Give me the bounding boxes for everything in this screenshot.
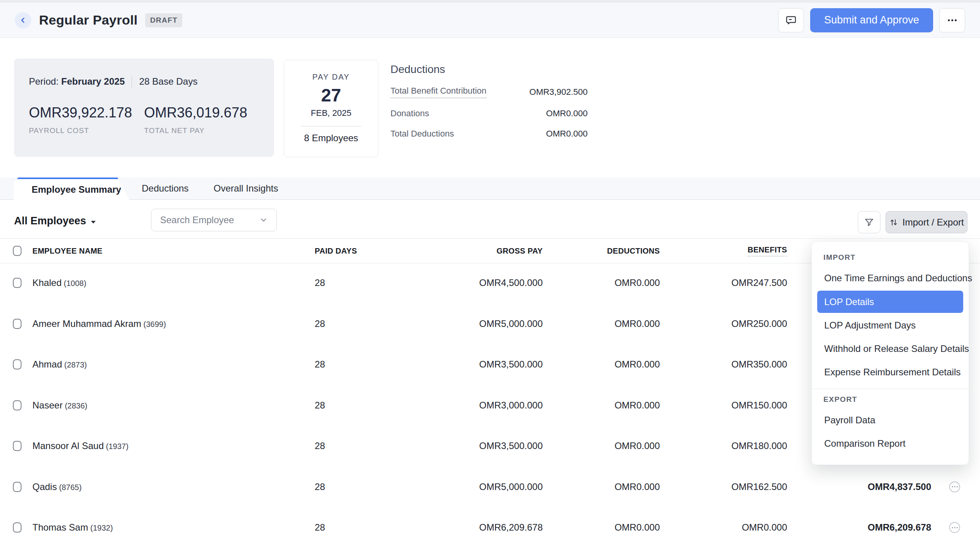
employee-name-text: Naseer (32, 400, 62, 410)
menu-item-lop-adjustment-days[interactable]: LOP Adjustment Days (812, 314, 969, 337)
table-row: Qadis (8765)28OMR5,000.000OMR0.000OMR162… (0, 467, 980, 508)
employee-name: Mansoor Al Saud (1937) (32, 440, 128, 451)
employee-name: Ameer Muhammad Akram (3699) (32, 318, 166, 329)
period-label: Period: (29, 76, 59, 87)
benefits-value: OMR0.000 (742, 522, 787, 533)
payday-day: 27 (284, 85, 378, 106)
deductions-value: OMR0.000 (615, 277, 660, 288)
row-actions-dot (954, 486, 955, 487)
summary-metric-label: PAYROLL COST (29, 126, 144, 135)
chevron-left-icon (19, 16, 27, 24)
table-controls: All Employees Search Employee Import / E… (14, 209, 966, 237)
employee-name-text: Thomas Sam (32, 522, 88, 533)
row-checkbox[interactable] (13, 522, 21, 533)
employee-name-text: Qadis (32, 481, 57, 492)
filter-button[interactable] (858, 211, 880, 233)
row-checkbox[interactable] (13, 441, 21, 451)
deductions-summary-label: Total Deductions (390, 129, 454, 139)
summary-metric-value: OMR39,922.178 (29, 105, 144, 121)
row-checkbox[interactable] (13, 319, 21, 329)
benefits-value: OMR180.000 (731, 440, 787, 451)
benefits-value: OMR247.500 (731, 277, 787, 288)
deductions-summary-title: Deductions (390, 63, 588, 76)
employee-scope-dropdown[interactable]: All Employees (14, 215, 96, 227)
deductions-summary-row: DonationsOMR0.000 (390, 108, 588, 119)
deductions-value: OMR0.000 (615, 318, 660, 329)
menu-item-withhold-or-release-salary-details[interactable]: Withhold or Release Salary Details (812, 337, 969, 360)
topbar-left: Regular Payroll DRAFT (15, 12, 778, 28)
vertical-divider (132, 76, 132, 87)
menu-section-import: IMPORT (823, 253, 969, 262)
employee-name-text: Ameer Muhammad Akram (32, 318, 141, 329)
deductions-summary-row: Total Benefit ContributionOMR3,902.500 (390, 86, 588, 98)
benefits-value: OMR350.000 (731, 359, 787, 370)
caret-down-icon (91, 221, 96, 224)
employee-id: (2873) (62, 360, 87, 369)
base-days: 28 Base Days (139, 76, 197, 87)
menu-item-one-time-earnings-and-deductions[interactable]: One Time Earnings and Deductions (812, 266, 969, 290)
period-row: Period: February 2025 28 Base Days (29, 76, 259, 87)
deductions-summary-value: OMR0.000 (546, 129, 588, 139)
menu-item-payroll-data[interactable]: Payroll Data (812, 408, 969, 432)
row-actions-button[interactable] (949, 481, 960, 492)
menu-section-export: EXPORT (823, 395, 969, 404)
tab-overall-insights[interactable]: Overall Insights (201, 178, 290, 199)
gross-pay-value: OMR3,500.000 (479, 440, 543, 451)
status-badge: DRAFT (145, 13, 182, 27)
payday-month-year: FEB, 2025 (284, 108, 378, 118)
row-checkbox[interactable] (13, 482, 21, 492)
deductions-summary-value: OMR0.000 (546, 108, 588, 119)
import-export-icon (889, 218, 898, 227)
menu-item-expense-reimbursement-details[interactable]: Expense Reimbursement Details (812, 360, 969, 384)
paid-days-value: 28 (315, 359, 325, 370)
more-options-button[interactable] (939, 8, 965, 32)
payroll-run-page: Regular Payroll DRAFT Submit and Approve… (0, 0, 980, 554)
employee-id: (1932) (88, 524, 113, 532)
employee-search-select[interactable]: Search Employee (151, 209, 277, 231)
deductions-value: OMR0.000 (615, 400, 660, 411)
deductions-summary-label: Donations (390, 108, 429, 119)
deductions-value: OMR0.000 (615, 481, 660, 492)
summary-metric: OMR39,922.178PAYROLL COST (29, 105, 144, 135)
col-header-deductions: DEDUCTIONS (607, 247, 660, 256)
row-checkbox[interactable] (13, 359, 21, 369)
employee-name: Thomas Sam (1932) (32, 522, 113, 533)
paid-days-value: 28 (315, 277, 325, 288)
period-text: Period: February 2025 (29, 76, 125, 87)
employee-name: Naseer (2836) (32, 400, 87, 411)
benefits-value: OMR150.000 (731, 400, 787, 411)
benefits-value: OMR250.000 (731, 318, 787, 329)
import-export-button[interactable]: Import / Export (886, 211, 968, 233)
payday-employee-count: 8 Employees (284, 133, 378, 144)
deductions-summary-rows: Total Benefit ContributionOMR3,902.500Do… (390, 86, 588, 139)
gross-pay-value: OMR5,000.000 (479, 481, 543, 492)
paid-days-value: 28 (315, 440, 325, 451)
submit-and-approve-button[interactable]: Submit and Approve (810, 8, 933, 32)
menu-item-comparison-report[interactable]: Comparison Report (812, 432, 969, 455)
select-all-checkbox[interactable] (13, 246, 21, 256)
row-actions-dot (952, 527, 953, 528)
tab-deductions[interactable]: Deductions (129, 178, 201, 199)
tab-employee-summary[interactable]: Employee Summary (14, 178, 129, 200)
paid-days-value: 28 (315, 400, 325, 411)
row-checkbox[interactable] (13, 400, 21, 410)
col-header-paid-days: PAID DAYS (315, 247, 357, 256)
col-header-benefits[interactable]: BENEFITS (748, 245, 787, 257)
employee-id: (1008) (62, 279, 86, 288)
employee-name-text: Ahmad (32, 359, 62, 369)
payday-divider (301, 126, 362, 126)
deductions-summary-value: OMR3,902.500 (529, 87, 588, 97)
benefits-value: OMR162.500 (731, 481, 787, 492)
row-actions-button[interactable] (949, 522, 960, 533)
comments-button[interactable] (778, 8, 804, 32)
deductions-summary-label[interactable]: Total Benefit Contribution (390, 86, 486, 98)
back-button[interactable] (15, 12, 31, 28)
row-checkbox[interactable] (13, 278, 21, 288)
employee-name-text: Mansoor Al Saud (32, 440, 104, 451)
employee-name: Ahmad (2873) (32, 359, 87, 370)
employee-id: (3699) (141, 320, 166, 328)
menu-item-lop-details[interactable]: LOP Details (817, 291, 963, 313)
net-pay-value: OMR6,209.678 (868, 522, 931, 533)
summary-metrics: OMR39,922.178PAYROLL COSTOMR36,019.678TO… (29, 105, 259, 135)
paid-days-value: 28 (315, 318, 325, 329)
